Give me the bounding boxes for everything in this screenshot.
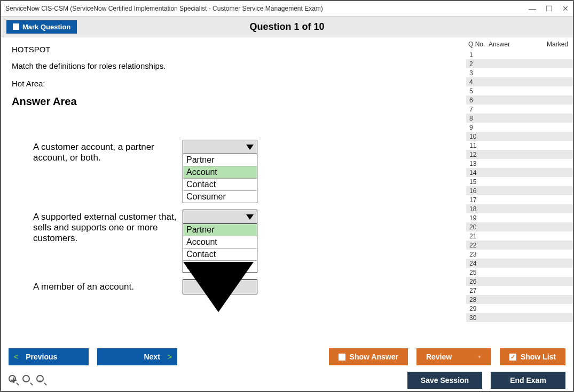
question-list-row[interactable]: 4: [466, 77, 573, 86]
dropdown-toggle[interactable]: [183, 210, 257, 224]
question-list-row[interactable]: 21: [466, 231, 573, 241]
question-number: 12: [469, 151, 486, 158]
question-number: 19: [469, 214, 486, 222]
question-list-row[interactable]: 16: [466, 186, 573, 195]
question-list-row[interactable]: 7: [466, 105, 573, 114]
end-exam-button[interactable]: End Exam: [491, 372, 565, 389]
question-list-row[interactable]: 6: [466, 95, 573, 105]
save-session-button[interactable]: Save Session: [407, 372, 482, 389]
question-number: 22: [469, 242, 486, 249]
show-list-label: Show List: [521, 353, 556, 361]
question-list-row[interactable]: 27: [466, 286, 573, 295]
dropdown-option[interactable]: Account: [183, 236, 257, 249]
dropdown-collapsed[interactable]: [183, 279, 257, 294]
zoom-controls: + -: [9, 375, 47, 386]
dropdown-option[interactable]: Account: [183, 166, 257, 179]
question-number: 9: [469, 124, 486, 131]
window-controls: — ☐ ✕: [529, 4, 569, 13]
chevron-left-icon: <: [14, 353, 18, 361]
zoom-out-icon[interactable]: -: [36, 375, 47, 386]
question-list-row[interactable]: 28: [466, 295, 573, 304]
question-list-row[interactable]: 3: [466, 68, 573, 77]
previous-button[interactable]: < Previous: [9, 348, 89, 365]
question-number: 20: [469, 223, 486, 231]
next-button[interactable]: Next >: [97, 348, 177, 365]
question-list-row[interactable]: 20: [466, 222, 573, 231]
question-number: 4: [469, 78, 486, 86]
dropdown-option[interactable]: Partner: [183, 154, 257, 166]
question-number: 13: [469, 160, 486, 167]
mark-question-button[interactable]: Mark Question: [6, 20, 77, 34]
dropdown-option[interactable]: Contact: [183, 179, 257, 191]
match-description: A member of an account.: [33, 279, 183, 292]
question-list-row[interactable]: 19: [466, 213, 573, 222]
hot-area-label: Hot Area:: [12, 79, 455, 88]
maximize-icon[interactable]: ☐: [546, 4, 553, 13]
dropdown-option[interactable]: Contact: [183, 249, 257, 261]
question-list-row[interactable]: 14: [466, 168, 573, 177]
question-list-row[interactable]: 30: [466, 313, 573, 322]
svg-marker-0: [246, 145, 254, 150]
svg-marker-2: [183, 262, 254, 312]
minimize-icon[interactable]: —: [529, 4, 536, 13]
question-number: 3: [469, 69, 486, 77]
question-number: 29: [469, 305, 486, 313]
question-list-row[interactable]: 8: [466, 114, 573, 123]
close-icon[interactable]: ✕: [562, 4, 569, 13]
question-number: 21: [469, 233, 486, 240]
question-list-row[interactable]: 2: [466, 59, 573, 68]
question-list-row[interactable]: 24: [466, 259, 573, 268]
question-list-row[interactable]: 29: [466, 304, 573, 313]
svg-marker-1: [246, 214, 254, 220]
question-list[interactable]: 1234567891011121314151617181920212223242…: [466, 50, 573, 343]
question-list-row[interactable]: 17: [466, 195, 573, 204]
review-button[interactable]: Review ▼: [416, 348, 491, 365]
answer-area-title: Answer Area: [12, 95, 455, 108]
question-list-row[interactable]: 26: [466, 277, 573, 286]
question-list-row[interactable]: 1: [466, 50, 573, 59]
previous-label: Previous: [26, 353, 57, 361]
question-number: 5: [469, 87, 486, 95]
question-number: 16: [469, 187, 486, 195]
app-window: ServiceNow CIS-CSM (ServiceNow Certified…: [0, 0, 574, 392]
zoom-in-icon[interactable]: +: [9, 375, 19, 386]
save-session-label: Save Session: [421, 376, 469, 385]
show-answer-button[interactable]: Show Answer: [329, 348, 408, 365]
question-counter: Question 1 of 10: [249, 21, 324, 33]
question-type: HOTSPOT: [12, 45, 455, 54]
question-list-row[interactable]: 10: [466, 132, 573, 141]
mark-question-label: Mark Question: [22, 23, 70, 31]
question-list-row[interactable]: 9: [466, 123, 573, 132]
zoom-reset-icon[interactable]: [22, 375, 33, 386]
col-answer: Answer: [489, 41, 544, 48]
question-prompt: Match the definitions for roles relation…: [12, 61, 455, 70]
question-content[interactable]: HOTSPOT Match the definitions for roles …: [1, 37, 466, 343]
question-list-row[interactable]: 13: [466, 159, 573, 168]
question-number: 8: [469, 115, 486, 122]
question-number: 15: [469, 178, 486, 186]
question-list-row[interactable]: 5: [466, 86, 573, 95]
question-number: 23: [469, 251, 486, 258]
question-list-row[interactable]: 11: [466, 141, 573, 150]
question-list-row[interactable]: 25: [466, 268, 573, 277]
question-list-row[interactable]: 12: [466, 150, 573, 159]
match-row: A member of an account.: [33, 279, 455, 294]
question-list-row[interactable]: 23: [466, 250, 573, 259]
question-number: 25: [469, 269, 486, 276]
dropdown-toggle[interactable]: [183, 140, 257, 154]
show-list-button[interactable]: Show List: [500, 348, 565, 365]
question-list-row[interactable]: 22: [466, 241, 573, 250]
chevron-down-icon: ▼: [477, 355, 482, 359]
show-answer-label: Show Answer: [350, 353, 398, 361]
dropdown-option[interactable]: Consumer: [183, 191, 257, 203]
next-label: Next: [144, 353, 160, 361]
question-number: 6: [469, 97, 486, 104]
question-number: 17: [469, 196, 486, 204]
question-list-row[interactable]: 15: [466, 177, 573, 186]
match-description: A supported external customer that, sell…: [33, 210, 183, 244]
review-label: Review: [426, 353, 452, 361]
question-number: 28: [469, 296, 486, 303]
question-list-row[interactable]: 18: [466, 204, 573, 213]
dropdown-option[interactable]: Partner: [183, 224, 257, 236]
dropdown-expanded[interactable]: PartnerAccountContactConsumer: [183, 140, 257, 203]
